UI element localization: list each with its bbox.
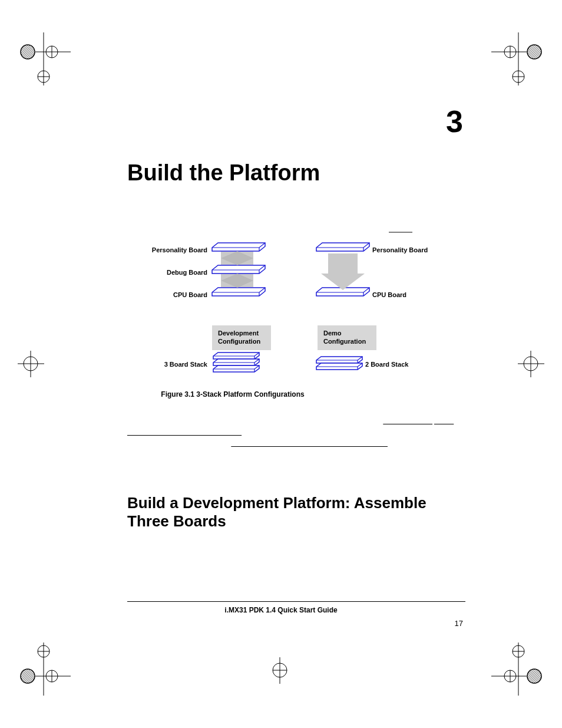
label-cpu: CPU Board [118,291,207,298]
footer-rule [127,601,465,602]
page-number: 17 [455,619,463,628]
section-heading: Build a Development Platform: Assemble T… [127,494,465,531]
box-demo-l1: Demo [323,330,342,337]
crop-mark-icon [18,32,71,85]
crop-mark-icon [491,643,544,696]
page-title: Build the Platform [127,160,320,186]
crop-mark-icon [18,643,71,696]
nav-paragraph: To build a development platform (all thr… [127,416,465,449]
link-demo-platform-text: Build a Demo Platform: Assemble Two Boar… [231,439,388,447]
t: To build a [127,416,162,425]
t: demonstration platform [280,427,359,436]
box-demo-l2: Configuration [323,338,366,345]
figure-3-1: Personality Board Debug Board CPU Board … [118,224,483,377]
svg-point-1 [21,45,35,59]
label-personality-r: Personality Board [372,246,428,253]
crop-mark-icon [518,351,544,377]
label-personality: Personality Board [118,246,207,253]
link-demo-platform[interactable]: Build a Demo Platform: Assemble Two Boar… [231,439,388,447]
label-cpu-r: CPU Board [372,291,406,298]
box-dev-l1: Development [218,330,259,337]
t: (all three boards), follow the procedure… [236,416,383,425]
crop-mark-icon [18,351,44,377]
box-demo-config: Demo Configuration [318,325,376,350]
box-dev-l2: Configuration [218,338,260,345]
footer-title: i.MX31 PDK 1.4 Quick Start Guide [0,606,562,614]
t: . [388,439,390,447]
t: development platform [162,416,236,425]
label-debug: Debug Board [118,269,207,276]
chapter-number: 3 [446,104,463,139]
section-intro: This section explains how to connect the… [127,539,465,550]
label-3-stack: 3 Board Stack [118,361,207,368]
crop-mark-icon [253,657,306,684]
label-2-stack: 2 Board Stack [365,361,408,368]
t: . To build a [242,427,280,436]
box-dev-config: Development Configuration [212,325,271,350]
figure-caption: Figure 3.1 3-Stack Platform Configuratio… [0,390,465,398]
crop-mark-icon [491,32,544,85]
